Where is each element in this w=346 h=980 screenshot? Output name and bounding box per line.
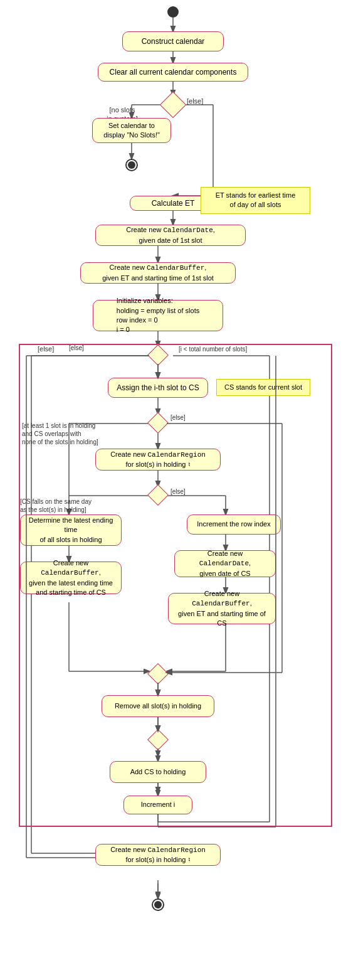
assign-cs-node: Assign the i-th slot to CS [108,378,208,398]
increment-i-node: Increment i [123,796,192,814]
add-cs-node: Add CS to holding [110,761,206,783]
determine-latest-node: Determine the latest ending time of all … [20,514,122,546]
diamond5 [147,729,169,750]
diamond4-container [149,665,167,683]
assign-cs-label: Assign the i-th slot to CS [117,383,199,393]
set-no-slots-label: Set calendar to display "No Slots!" [103,121,160,141]
increment-row-node: Increment the row index [187,514,281,535]
increment-i-label: Increment i [141,800,175,809]
same-day-label: [CS falls on the same dayas the slot(s) … [20,498,145,514]
diamond2 [147,412,169,434]
construct-calendar-label: Construct calendar [142,36,205,47]
end-node1 [125,159,138,171]
et-note: ET stands for earliest time of day of al… [201,187,310,214]
diamond-loop-container [149,346,167,364]
create-buffer1-node: Create new CalendarBuffer,given ET and s… [80,262,236,284]
end-node2 [152,898,164,911]
init-vars-node: Initialize variables: holding = empty li… [93,300,223,331]
increment-row-label: Increment the row index [197,519,270,529]
clear-components-node: Clear all current calendar components [98,63,248,82]
create-date1-node: Create new CalendarDate,given date of 1s… [95,225,246,246]
clear-components-label: Clear all current calendar components [110,67,237,78]
else-label4: [else] [170,488,186,495]
diamond5-container [149,731,167,748]
create-date2-node: Create new CalendarDate, given date of C… [174,550,276,577]
set-no-slots-node: Set calendar to display "No Slots!" [92,118,171,143]
end-node2-inner [154,901,162,908]
diamond-loop [147,344,169,366]
start-node [167,6,179,18]
calculate-et-label: Calculate ET [152,198,195,209]
loop-else-label: [else] [38,345,54,353]
create-region2-node: Create new CalendarRegionfor slot(s) in … [95,844,221,866]
diagram: [i < total number of slots] [else] [0,0,346,980]
cs-note: CS stands for current slot [216,379,310,396]
holding-condition-label: [at least 1 slot is in holdingand CS ove… [22,422,147,446]
create-buffer3-node: Create new CalendarBuffer, given ET and … [168,593,276,624]
else-label1: [else] [187,97,203,105]
diamond1 [160,92,186,118]
diamond3 [147,484,169,506]
holding-else-label: [else] [170,414,186,421]
remove-slots-node: Remove all slot(s) in holding [102,695,214,717]
create-buffer2-node: Create new CalendarBuffer, given the lat… [20,562,122,594]
diamond3-container [149,486,167,504]
remove-slots-label: Remove all slot(s) in holding [115,701,201,711]
create-region1-node: Create new CalendarRegionfor slot(s) in … [95,449,221,471]
construct-calendar-node: Construct calendar [122,31,224,51]
diamond2-container [149,414,167,432]
add-cs-label: Add CS to holding [130,767,186,777]
diamond4 [147,663,169,684]
diamond1-container [158,95,188,114]
end-node1-inner [128,161,135,169]
